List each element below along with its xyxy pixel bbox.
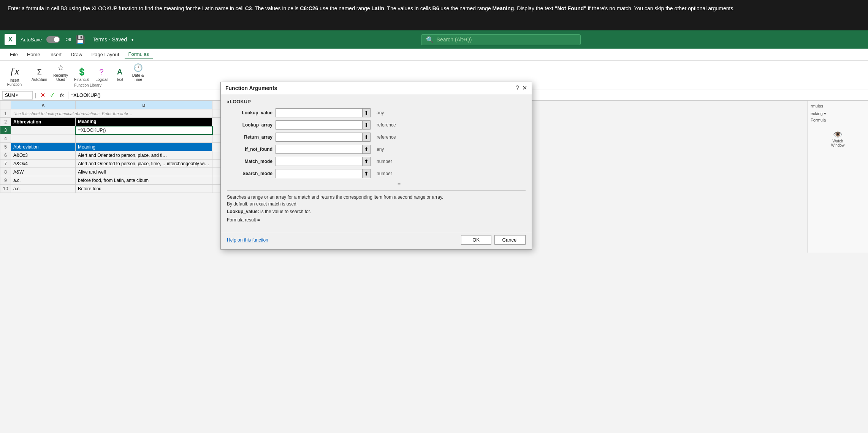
autosum-icon: Σ: [37, 68, 41, 76]
cell-b2[interactable]: Meaning: [76, 118, 212, 126]
modal-controls: ? ✕: [516, 84, 527, 92]
excel-icon: X: [5, 34, 16, 45]
row-num-1: 1: [0, 109, 11, 118]
watch-window-button[interactable]: 👁️ WatchWindow: [811, 128, 865, 149]
cell-b5[interactable]: Meaning: [76, 143, 212, 151]
cell-b4[interactable]: [76, 134, 212, 143]
arg-row-search-mode: Search_mode ⬆ number: [227, 169, 526, 178]
cell-a8[interactable]: A&W: [11, 168, 76, 176]
search-icon: 🔍: [426, 36, 434, 43]
insert-function-button[interactable]: ƒx InsertFunction: [3, 65, 26, 87]
cell-a2[interactable]: Abbreviation: [11, 118, 76, 126]
arg-input-wrap-lookup-value[interactable]: ⬆: [276, 108, 371, 117]
arg-input-wrap-match-mode[interactable]: ⬆: [276, 157, 371, 166]
arg-input-wrap-return-array[interactable]: ⬆: [276, 133, 371, 142]
text-button[interactable]: A Text: [111, 67, 128, 82]
arg-input-lookup-value[interactable]: [276, 109, 362, 117]
insert-function-label: InsertFunction: [7, 78, 22, 87]
autosum-button[interactable]: Σ AutoSum: [29, 67, 49, 82]
arg-collapse-return-array[interactable]: ⬆: [362, 133, 370, 141]
cell-b9[interactable]: before food, from Latin, ante cibum: [76, 176, 212, 185]
menu-home[interactable]: Home: [23, 50, 44, 59]
menu-page-layout[interactable]: Page Layout: [88, 50, 123, 59]
row-num-3: 3: [0, 126, 11, 134]
function-arguments-dialog[interactable]: Function Arguments ? ✕ xLOOKUP Lookup_va…: [220, 82, 532, 250]
cell-a7[interactable]: A&Ox4: [11, 160, 76, 168]
arg-input-if-not-found[interactable]: [276, 145, 362, 153]
menu-file[interactable]: File: [6, 50, 22, 59]
modal-help-button[interactable]: ?: [516, 85, 519, 92]
modal-formula-result: Formula result =: [227, 217, 526, 223]
name-box[interactable]: SUM ▾: [2, 91, 33, 100]
arg-label-lookup-value: Lookup_value: [227, 110, 272, 115]
menu-formulas[interactable]: Formulas: [125, 50, 153, 59]
row-num-8: 8: [0, 168, 11, 176]
corner-cell: [0, 101, 11, 109]
function-library-label: Function Library: [29, 83, 146, 87]
cell-a5[interactable]: Abbreviation: [11, 143, 76, 151]
name-box-arrow[interactable]: ▾: [16, 93, 18, 97]
menu-draw[interactable]: Draw: [67, 50, 86, 59]
cell-a6[interactable]: A&Ox3: [11, 151, 76, 160]
file-title-dropdown[interactable]: ▾: [131, 38, 133, 42]
arg-input-wrap-lookup-array[interactable]: ⬆: [276, 120, 371, 130]
cell-b7[interactable]: Alert and Oriented to person, place, tim…: [76, 160, 212, 168]
help-link[interactable]: Help on this function: [227, 237, 268, 243]
arg-collapse-lookup-value[interactable]: ⬆: [362, 109, 370, 117]
arg-input-search-mode[interactable]: [276, 169, 362, 178]
cell-a1[interactable]: Use this sheet to lookup medical abbrevi…: [11, 109, 212, 118]
menu-insert[interactable]: Insert: [46, 50, 66, 59]
arg-collapse-lookup-array[interactable]: ⬆: [362, 121, 370, 129]
sidebar-checking: ecking ▾: [811, 111, 865, 116]
financial-button[interactable]: 💲 Financial: [72, 66, 92, 82]
recently-used-label: RecentlyUsed: [53, 73, 68, 82]
arg-input-return-array[interactable]: [276, 133, 362, 141]
formula-bar-sep: |: [34, 92, 37, 98]
cell-a4[interactable]: [11, 134, 76, 143]
save-icon[interactable]: 💾: [76, 35, 85, 44]
function-name: xLOOKUP: [227, 99, 526, 104]
cell-b3-formula[interactable]: =XLOOKUP(): [76, 126, 212, 134]
cell-b10[interactable]: Before food: [76, 185, 212, 193]
arg-input-match-mode[interactable]: [276, 157, 362, 166]
modal-titlebar: Function Arguments ? ✕: [221, 82, 532, 94]
formula-bar-confirm[interactable]: ✓: [48, 92, 56, 99]
text-icon: A: [117, 68, 122, 76]
arg-desc-label: Lookup_value:: [227, 209, 259, 214]
arg-input-lookup-array[interactable]: [276, 121, 362, 129]
recently-used-button[interactable]: ☆ RecentlyUsed: [51, 62, 70, 82]
arg-input-wrap-if-not-found[interactable]: ⬆: [276, 145, 371, 154]
modal-close-button[interactable]: ✕: [522, 84, 527, 92]
logical-button[interactable]: ? Logical: [93, 67, 110, 82]
watch-window-icon: 👁️: [833, 130, 843, 139]
search-bar[interactable]: 🔍: [421, 34, 581, 45]
arg-collapse-search-mode[interactable]: ⬆: [362, 169, 370, 178]
cell-a9[interactable]: a.c.: [11, 176, 76, 185]
ok-button[interactable]: OK: [461, 235, 491, 245]
file-title: Terms - Saved: [93, 36, 127, 43]
modal-footer: Help on this function OK Cancel: [221, 232, 532, 249]
date-time-button[interactable]: 🕐 Date &Time: [130, 62, 146, 82]
autosave-toggle[interactable]: [46, 36, 60, 43]
arg-row-match-mode: Match_mode ⬆ number: [227, 157, 526, 166]
cancel-button[interactable]: Cancel: [494, 235, 526, 245]
arg-label-if-not-found: If_not_found: [227, 147, 272, 152]
arg-row-return-array: Return_array ⬆ reference: [227, 133, 526, 142]
menu-bar: File Home Insert Draw Page Layout Formul…: [0, 49, 868, 61]
title-bar: X AutoSave Off 💾 Terms - Saved ▾ 🔍: [0, 30, 868, 49]
arg-input-wrap-search-mode[interactable]: ⬆: [276, 169, 371, 178]
right-sidebar: rmulas ecking ▾ Formula 👁️ WatchWindow: [807, 101, 868, 253]
cell-a10[interactable]: a.c.: [11, 185, 76, 193]
search-input[interactable]: [437, 36, 576, 43]
sidebar-formulas: rmulas: [811, 104, 865, 108]
modal-arg-description: Lookup_value: is the value to search for…: [227, 209, 526, 214]
formula-bar-cancel[interactable]: ✕: [39, 92, 47, 99]
autosum-label: AutoSum: [32, 77, 47, 82]
arg-collapse-match-mode[interactable]: ⬆: [362, 157, 370, 166]
cell-a3[interactable]: [11, 126, 76, 134]
function-library-buttons: Σ AutoSum ☆ RecentlyUsed 💲 Financial ? L…: [29, 62, 146, 82]
arg-collapse-if-not-found[interactable]: ⬆: [362, 145, 370, 153]
cell-b6[interactable]: Alert and Oriented to person, place, and…: [76, 151, 212, 160]
instruction-text: Enter a formula in cell B3 using the XLO…: [8, 5, 735, 11]
cell-b8[interactable]: Alive and well: [76, 168, 212, 176]
